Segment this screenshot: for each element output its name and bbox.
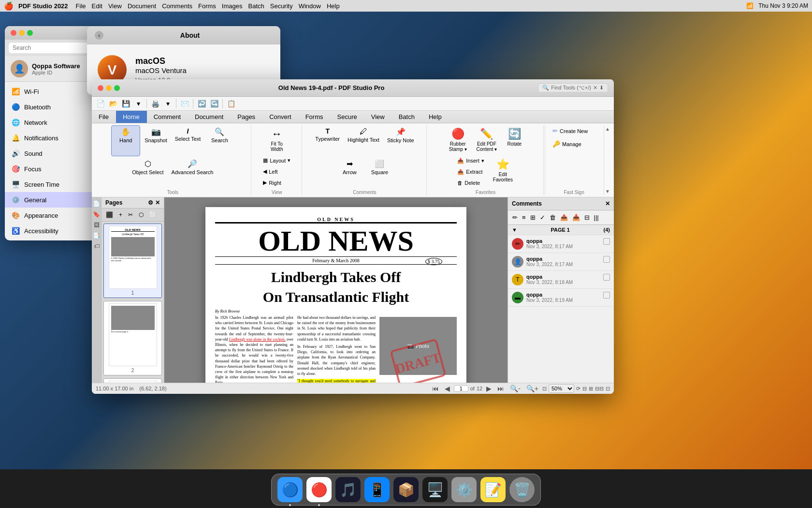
right-button[interactable]: ▶ Right <box>260 178 294 188</box>
clipboard-button[interactable]: 📋 <box>225 98 237 109</box>
tab-pages[interactable]: Pages <box>231 111 262 123</box>
pages-close-icon[interactable]: ✕ <box>155 199 160 206</box>
tab-home[interactable]: Home <box>116 111 147 123</box>
menu-images[interactable]: Images <box>222 2 243 10</box>
maximize-button[interactable] <box>27 30 33 36</box>
tab-comment[interactable]: Comment <box>147 111 188 123</box>
dock-notes[interactable]: 📝 <box>480 477 506 502</box>
comment-columns-icon[interactable]: ||| <box>593 212 600 223</box>
back-button[interactable]: ‹ <box>95 31 103 40</box>
dock-music[interactable]: 🎵 <box>335 477 361 502</box>
select-text-tool-button[interactable]: I Select Text <box>172 125 204 156</box>
comment-check-icon[interactable]: ✓ <box>538 212 547 223</box>
menu-file[interactable]: File <box>76 2 86 10</box>
dock-finder[interactable]: 🔵 <box>277 477 303 502</box>
tab-document[interactable]: Document <box>188 111 231 123</box>
typewriter-button[interactable]: T Typewriter <box>312 125 343 156</box>
tab-forms[interactable]: Forms <box>299 111 331 123</box>
redo-button[interactable]: ↪️ <box>208 98 220 109</box>
search-input[interactable] <box>9 43 98 53</box>
close-button[interactable] <box>11 30 16 36</box>
dock-chrome[interactable]: 🔴 <box>306 477 332 502</box>
menu-edit[interactable]: Edit <box>92 2 102 10</box>
dock-instruments[interactable]: 📦 <box>393 477 419 502</box>
pages-toolbar-btn1[interactable]: ⬛ <box>103 210 116 220</box>
comment-edit-icon[interactable]: ✏ <box>511 212 519 223</box>
search-tool-button[interactable]: 🔍 Search <box>205 125 234 156</box>
pdf-close-button[interactable] <box>98 85 103 91</box>
layout-button[interactable]: ▦ Layout ▾ <box>260 155 294 165</box>
comment-4-checkbox[interactable] <box>603 292 610 299</box>
comment-3-checkbox[interactable] <box>603 274 610 281</box>
insert-dropdown-icon[interactable]: ▾ <box>481 158 484 164</box>
comment-delete-icon[interactable]: 🗑 <box>548 212 557 223</box>
page-thumb-1[interactable]: OLD NEWS Lindbergh Takes Off In 1926 Cha… <box>103 224 162 298</box>
tab-view[interactable]: View <box>364 111 392 123</box>
bookmarks-icon[interactable]: 🔖 <box>92 210 101 219</box>
page-thumb-3[interactable]: ARTICLE More content on page 3... 3 <box>103 378 162 383</box>
sidebar-item-screentime[interactable]: 🖥️Screen Time <box>5 177 102 192</box>
find-tools-close-icon[interactable]: ✕ <box>593 85 597 91</box>
zoom-select[interactable]: 50% 75% 100% <box>549 384 574 393</box>
comment-sort-icon[interactable]: ⊟ <box>583 212 591 223</box>
ribbon-scroll-up[interactable]: ▲ <box>605 126 610 132</box>
nav-first-page-button[interactable]: ⏮ <box>430 385 441 392</box>
comment-list-icon[interactable]: ≡ <box>521 212 527 223</box>
left-button[interactable]: ◀ Left <box>260 166 294 177</box>
delete-button[interactable]: 🗑 Delete <box>454 178 488 188</box>
layers-icon[interactable]: 📑 <box>92 231 101 240</box>
zoom-out-button[interactable]: 🔍- <box>508 385 522 392</box>
pdf-maximize-button[interactable] <box>114 85 120 91</box>
sidebar-item-focus[interactable]: 🎯Focus <box>5 161 102 177</box>
save-file-button[interactable]: 💾 <box>120 98 131 109</box>
pages-options-icon[interactable]: ⚙ <box>148 199 153 206</box>
sidebar-item-sound[interactable]: 🔊Sound <box>5 146 102 161</box>
nav-prev-page-button[interactable]: ◀ <box>443 385 452 392</box>
fit-to-width-button[interactable]: ↔ Fit ToWidth <box>265 125 289 154</box>
comment-export-icon[interactable]: 📤 <box>559 212 569 223</box>
ribbon-scroll-down[interactable]: ▼ <box>605 189 610 194</box>
menu-view[interactable]: View <box>108 2 122 10</box>
sidebar-item-general[interactable]: ⚙️General <box>5 192 102 208</box>
manage-button[interactable]: 🔑 Manage <box>549 138 599 149</box>
pdf-view-area[interactable]: OLD NEWS OLD NEWS February & March 2008 … <box>164 197 508 383</box>
tab-convert[interactable]: Convert <box>262 111 299 123</box>
arrow-tool-button[interactable]: ➡ Arrow <box>335 157 364 188</box>
dock-trash[interactable]: 🗑️ <box>509 477 535 502</box>
menu-security[interactable]: Security <box>270 2 293 10</box>
rotate-button[interactable]: 🔄 Rotate <box>502 125 526 155</box>
thumbs-icon[interactable]: 🖼 <box>93 221 101 229</box>
snapshot-tool-button[interactable]: 📷 Snapshot <box>141 125 170 156</box>
advanced-search-button[interactable]: 🔎 Advanced Search <box>168 157 217 188</box>
tab-batch[interactable]: Batch <box>392 111 422 123</box>
find-tools-bar[interactable]: 🔍 Find Tools (⌥+/) ✕ ⬇ <box>538 83 608 92</box>
edit-favorites-button[interactable]: ⭐ EditFavorites <box>489 156 517 188</box>
sidebar-item-bluetooth[interactable]: 🔵Bluetooth <box>5 99 102 115</box>
page-thumb-2[interactable]: Text content page 2... 2 <box>103 301 162 375</box>
find-tools-expand-icon[interactable]: ⬇ <box>599 85 604 91</box>
comments-section-header[interactable]: ▼ PAGE 1 (4) <box>508 225 614 235</box>
sidebar-item-network[interactable]: 🌐Network <box>5 115 102 130</box>
menu-window[interactable]: Window <box>299 2 321 10</box>
menu-help[interactable]: Help <box>327 2 340 10</box>
dock-sysprefs[interactable]: ⚙️ <box>451 477 477 502</box>
pages-toolbar-btn4[interactable]: ⬡ <box>136 210 146 220</box>
minimize-button[interactable] <box>19 30 25 36</box>
view-mode-spread[interactable]: ⊟⊟ <box>595 386 604 392</box>
view-zoom-fit2[interactable]: ⊡ <box>606 386 610 392</box>
save-dropdown-button[interactable]: ▾ <box>132 98 144 109</box>
tab-help[interactable]: Help <box>422 111 449 123</box>
tags-icon[interactable]: 🏷 <box>93 242 101 251</box>
dock-appstore[interactable]: 📱 <box>364 477 390 502</box>
sidebar-item-notifications[interactable]: 🔔Notifications <box>5 130 102 146</box>
comment-2-checkbox[interactable] <box>603 256 610 263</box>
comment-import-icon[interactable]: 📥 <box>571 212 581 223</box>
pdf-minimize-button[interactable] <box>106 85 112 91</box>
pages-toolbar-btn2[interactable]: + <box>116 210 125 220</box>
apple-logo-icon[interactable]: 🍎 <box>4 1 14 11</box>
nav-next-page-button[interactable]: ▶ <box>484 385 493 392</box>
menu-comments[interactable]: Comments <box>162 2 192 10</box>
object-select-button[interactable]: ⬡ Object Select <box>129 157 167 188</box>
pages-toolbar-btn5[interactable]: ⬜ <box>147 210 159 220</box>
comments-close-icon[interactable]: ✕ <box>605 200 610 207</box>
